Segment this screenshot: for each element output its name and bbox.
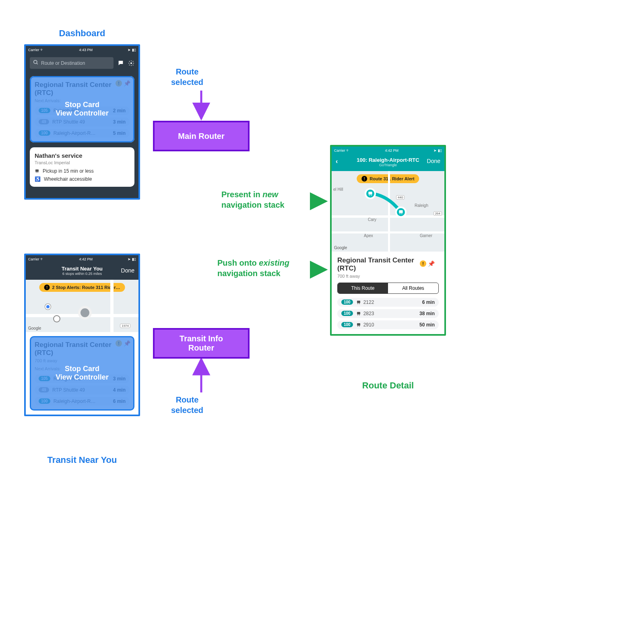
edge-route-selected-bottom: Route selected bbox=[153, 394, 221, 415]
service-wheelchair: ♿Wheelchair accessible bbox=[35, 176, 130, 182]
svg-point-8 bbox=[34, 60, 37, 64]
map[interactable]: Route 311 Rider Alert 440 264 el Hill Ca… bbox=[332, 171, 444, 252]
arrival-name: Raleigh-RTC bbox=[54, 376, 110, 382]
wifi-icon: ᯤ bbox=[40, 48, 44, 52]
stop-title: Regional Transit Center (RTC) bbox=[35, 81, 130, 97]
arrival-name: RTP Shuttle 49 bbox=[52, 387, 110, 393]
seg-all-routes[interactable]: All Routes bbox=[388, 283, 438, 293]
nav-bar: Transit Near You 6 stops within 0.25 mil… bbox=[26, 263, 138, 280]
svg-point-27 bbox=[357, 326, 358, 326]
search-input[interactable]: Route or Destination bbox=[30, 57, 114, 69]
arrival-time: 3 min bbox=[113, 119, 126, 125]
gear-icon[interactable] bbox=[128, 60, 134, 66]
next-arrivals-label: Next Arrivals: bbox=[35, 366, 130, 371]
alert-icon[interactable]: ! bbox=[116, 340, 122, 347]
battery-icon: ▮▯ bbox=[438, 149, 442, 153]
svg-point-25 bbox=[359, 314, 360, 315]
service-card[interactable]: Nathan's service TransLoc Imperial Picku… bbox=[30, 147, 134, 187]
svg-point-28 bbox=[359, 326, 360, 326]
stop-title: Regional Transit Center (RTC) bbox=[35, 341, 130, 357]
search-icon bbox=[33, 60, 39, 66]
dashboard-phone: Carrier ᯤ 4:43 PM ➤ ▮▯ Route or Destinat… bbox=[24, 44, 140, 200]
stop-selected-dot bbox=[78, 306, 92, 320]
status-bar: Carrier ᯤ 4:43 PM ➤ ▮▯ bbox=[26, 46, 138, 54]
location-icon: ➤ bbox=[128, 48, 131, 52]
transit-info-router-node: Transit Info Router bbox=[153, 328, 250, 359]
chat-icon[interactable] bbox=[118, 60, 124, 66]
stop-card[interactable]: !📌 Regional Transit Center (RTC) Next Ar… bbox=[30, 76, 134, 142]
user-location-dot bbox=[45, 304, 51, 310]
arrival-row[interactable]: 100282338 min bbox=[337, 309, 439, 318]
status-bar: Carrier ᯤ 4:42 PM ➤ ▮▯ bbox=[332, 147, 444, 155]
svg-point-19 bbox=[401, 213, 402, 214]
stop-card[interactable]: !📌 Regional Transit Center (RTC) 700 ft … bbox=[30, 336, 134, 411]
route-endpoint-icon bbox=[365, 188, 376, 199]
svg-point-24 bbox=[357, 314, 358, 315]
svg-rect-17 bbox=[399, 210, 402, 213]
battery-icon: ▮▯ bbox=[132, 48, 136, 52]
arrival-row[interactable]: 49RTP Shuttle 493 min bbox=[35, 118, 130, 126]
location-icon: ➤ bbox=[433, 149, 437, 153]
svg-rect-14 bbox=[368, 192, 372, 194]
arrival-name: 2823 bbox=[363, 311, 416, 316]
arrival-time: 5 min bbox=[113, 130, 126, 136]
arrival-row[interactable]: 10021226 min bbox=[337, 298, 439, 307]
arrival-row[interactable]: 100Raleigh-Airport-R…6 min bbox=[35, 397, 130, 406]
alert-icon[interactable]: ! bbox=[116, 80, 122, 87]
arrival-time: 2 min bbox=[113, 108, 126, 114]
arrival-name: RTP Shuttle 49 bbox=[52, 119, 110, 125]
status-bar: Carrier ᯤ 4:42 PM ➤ ▮▯ bbox=[26, 255, 138, 263]
google-logo: Google bbox=[334, 246, 347, 250]
arrival-row[interactable]: 100Raleigh-Airport-R…5 min bbox=[35, 129, 130, 138]
seg-this-route[interactable]: This Route bbox=[338, 283, 388, 293]
done-button[interactable]: Done bbox=[427, 158, 440, 164]
nav-bar: ‹ 100: Raleigh-Airport-RTC GoTriangle Do… bbox=[332, 155, 444, 171]
route-detail-title: Route Detail bbox=[330, 380, 446, 391]
route-badge: 100 bbox=[39, 398, 50, 404]
arrival-row[interactable]: 105Raleigh-RTC2 min bbox=[35, 106, 130, 115]
main-router-node: Main Router bbox=[153, 121, 250, 151]
arrival-time: 6 min bbox=[422, 299, 435, 305]
transit-near-you-title: Transit Near You bbox=[24, 455, 140, 465]
arrival-row[interactable]: 100291050 min bbox=[337, 320, 439, 329]
arrival-time: 6 min bbox=[113, 398, 126, 404]
route-badge: 100 bbox=[39, 130, 50, 136]
transit-near-you-phone: Carrier ᯤ 4:42 PM ➤ ▮▯ Transit Near You … bbox=[24, 254, 140, 416]
wifi-icon: ᯤ bbox=[346, 149, 350, 153]
map[interactable]: 2 Stop Alerts: Route 311 Rider… 1974 Goo… bbox=[26, 280, 138, 332]
arrival-name: Raleigh-RTC bbox=[54, 108, 110, 114]
svg-point-21 bbox=[357, 303, 358, 304]
google-logo: Google bbox=[28, 326, 41, 330]
route-badge: 49 bbox=[39, 119, 49, 124]
nav-subtitle: GoTriangle bbox=[336, 163, 440, 167]
alert-icon[interactable]: ! bbox=[420, 260, 426, 267]
wheelchair-icon: ♿ bbox=[35, 176, 41, 182]
done-button[interactable]: Done bbox=[121, 267, 134, 274]
route-badge: 100 bbox=[341, 311, 353, 316]
route-badge: 105 bbox=[39, 376, 50, 381]
arrival-name: Raleigh-Airport-R… bbox=[54, 130, 110, 136]
svg-rect-20 bbox=[357, 301, 360, 303]
arrival-time: 4 min bbox=[113, 387, 126, 393]
stop-distance: 700 ft away bbox=[35, 358, 130, 363]
svg-rect-26 bbox=[357, 323, 360, 326]
pin-icon[interactable]: 📌 bbox=[124, 340, 130, 347]
search-bar: Route or Destination bbox=[26, 54, 138, 72]
route-badge: 100 bbox=[341, 299, 353, 305]
pin-icon[interactable]: 📌 bbox=[124, 80, 130, 87]
arrival-time: 50 min bbox=[419, 322, 435, 328]
arrival-name: 2122 bbox=[363, 299, 419, 305]
svg-point-16 bbox=[371, 195, 372, 196]
nav-title: 100: Raleigh-Airport-RTC bbox=[336, 157, 440, 163]
arrival-row[interactable]: 49RTP Shuttle 494 min bbox=[35, 386, 130, 394]
svg-line-9 bbox=[37, 63, 38, 64]
arrival-row[interactable]: 105Raleigh-RTC3 min bbox=[35, 374, 130, 383]
nav-title: Transit Near You bbox=[30, 266, 134, 272]
pin-icon[interactable]: 📌 bbox=[428, 260, 435, 267]
svg-point-10 bbox=[130, 62, 132, 64]
svg-point-22 bbox=[359, 303, 360, 304]
service-title: Nathan's service bbox=[35, 152, 130, 159]
route-segment-toggle[interactable]: This Route All Routes bbox=[337, 283, 439, 294]
wifi-icon: ᯤ bbox=[40, 257, 44, 261]
edge-present: Present in newnavigation stack bbox=[221, 189, 285, 210]
